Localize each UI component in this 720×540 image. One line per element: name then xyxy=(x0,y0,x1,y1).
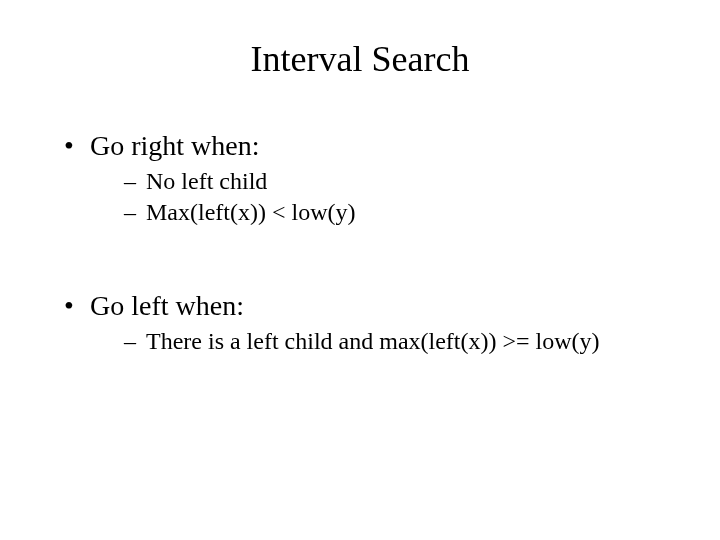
bullet-text: Go right when: xyxy=(90,130,260,161)
sub-text: There is a left child and max(left(x)) >… xyxy=(146,328,600,354)
spacer xyxy=(64,262,720,290)
sub-text: Max(left(x)) < low(y) xyxy=(146,199,355,225)
slide: Interval Search Go right when: No left c… xyxy=(0,0,720,540)
bullet-item: Go left when: There is a left child and … xyxy=(64,290,720,355)
bullet-list: Go right when: No left child Max(left(x)… xyxy=(0,130,720,355)
bullet-text: Go left when: xyxy=(90,290,244,321)
slide-title: Interval Search xyxy=(0,0,720,80)
sub-item: There is a left child and max(left(x)) >… xyxy=(124,328,720,355)
sub-item: Max(left(x)) < low(y) xyxy=(124,199,720,226)
sub-item: No left child xyxy=(124,168,720,195)
sub-text: No left child xyxy=(146,168,267,194)
bullet-item: Go right when: No left child Max(left(x)… xyxy=(64,130,720,226)
sub-list: No left child Max(left(x)) < low(y) xyxy=(90,168,720,226)
sub-list: There is a left child and max(left(x)) >… xyxy=(90,328,720,355)
